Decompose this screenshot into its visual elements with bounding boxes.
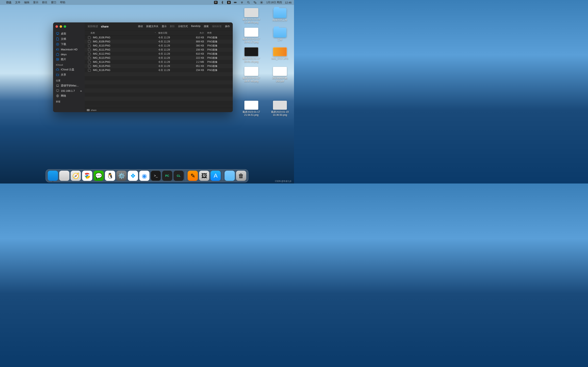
toolbar-2[interactable]: 显示 — [162, 25, 167, 28]
wifi-icon[interactable] — [240, 1, 244, 4]
desktop-item[interactable]: 2023线性代数150.pdf — [269, 67, 291, 83]
thumbnail-icon — [244, 28, 258, 37]
desktop-item[interactable]: 截屏2023-01-17 20.01.15.png — [240, 47, 263, 63]
finder-toolbar: 返回/前进 share 路径新建文件夹显示删除分组方式Bandizip搜索编辑标… — [85, 22, 233, 31]
col-date-label[interactable]: 修改日期 — [158, 31, 189, 34]
file-row[interactable]: IMG_6108.PNG今天 11:29610 KBPNG图像 — [85, 35, 233, 40]
desktop-icons: 截屏2023-01-19 12.46.03.png阿里巴巴工作截屏2023-01… — [240, 8, 291, 117]
menubar-time[interactable]: 12:46 — [285, 1, 292, 4]
dock-clion-icon[interactable]: CL — [173, 171, 184, 181]
sidebar-item-home[interactable]: deyu — [53, 52, 85, 57]
desktop-item[interactable]: IMG_5717.JPG — [269, 47, 291, 63]
desktop-item[interactable]: 阿里巴巴工作 — [269, 8, 291, 24]
dock-wechat-icon[interactable]: 💬 — [94, 171, 104, 181]
close-button[interactable] — [56, 25, 58, 28]
menu-window[interactable]: 窗口 — [51, 1, 56, 4]
sidebar-item-label: iCloud 云盘 — [61, 68, 74, 71]
toolbar-7[interactable]: 编辑标签 — [212, 25, 222, 28]
eject-icon[interactable]: ⏏ — [80, 90, 82, 92]
toolbar-4[interactable]: 分组方式 — [178, 25, 188, 28]
zoom-button[interactable] — [64, 25, 66, 28]
file-row[interactable]: IMG_6111.PNG今天 11:29156 KBPNG图像 — [85, 48, 233, 52]
sidebar-item-downloads[interactable]: 下载 — [53, 42, 85, 47]
menu-edit[interactable]: 编辑 — [24, 1, 29, 4]
menu-go[interactable]: 前往 — [42, 1, 47, 4]
desktop-item[interactable]: 截屏2023-01-17 18.47.46.png — [240, 67, 263, 83]
sidebar-item-network[interactable]: 网络 — [53, 93, 85, 99]
dock-downloads-icon[interactable] — [225, 171, 235, 181]
network-icon — [56, 94, 59, 98]
spotlight-icon[interactable] — [247, 1, 250, 4]
desktop-item[interactable]: 截屏2023-01-19 12.46.03.png — [240, 8, 263, 24]
file-name: IMG_6113.PNG — [93, 57, 158, 59]
col-kind-label[interactable]: 种类 — [207, 31, 229, 34]
dock-chrome-icon[interactable] — [82, 171, 92, 181]
sidebar-item-shared[interactable]: 共享 — [53, 72, 85, 77]
dock-appstore-icon[interactable]: A — [210, 171, 221, 181]
sidebar-item-documents[interactable]: 文稿 — [53, 36, 85, 42]
toolbar-8[interactable]: 操作 — [225, 25, 230, 28]
dock-finder-icon[interactable] — [48, 171, 58, 181]
svg-rect-8 — [56, 33, 59, 34]
dock-dingtalk-icon[interactable]: ◉ — [139, 171, 149, 181]
file-row[interactable]: IMG_6113.PNG今天 11:29222 KBPNG图像 — [85, 56, 233, 60]
sidebar-item-desktop[interactable]: 桌面 — [53, 31, 85, 36]
file-date: 今天 11:29 — [158, 64, 189, 68]
sidebar-item-cloud[interactable]: iCloud 云盘 — [53, 67, 85, 72]
file-row[interactable]: IMG_6114.PNG今天 11:292.2 MBPNG图像 — [85, 60, 233, 64]
control-center-icon[interactable] — [253, 1, 257, 4]
toolbar-1[interactable]: 新建文件夹 — [146, 25, 158, 28]
toolbar-5[interactable]: Bandizip — [191, 25, 200, 28]
sogou-icon[interactable]: S — [227, 1, 231, 4]
dock-launchpad-icon[interactable] — [59, 171, 69, 181]
desktop-item[interactable]: 截屏2023-01-17 19.41.17.png — [240, 28, 263, 44]
dock-pycharm-icon[interactable]: PC — [162, 171, 172, 181]
desktop-item[interactable]: 截屏2023-01-17 21.54.51.png — [240, 101, 263, 117]
file-kind: PNG图像 — [207, 48, 229, 52]
menubar-app-name[interactable]: 访达 — [6, 1, 11, 4]
file-icon — [88, 52, 91, 55]
sidebar-item-pictures[interactable]: 图片 — [53, 57, 85, 62]
dock-terminal-icon[interactable]: >_ — [151, 171, 161, 181]
desktop-item[interactable]: 截屏2023-01-19 10.36.50.png — [269, 101, 291, 117]
nav-back-forward[interactable]: 返回/前进 — [87, 25, 98, 28]
dock-qq-icon[interactable]: 🐧 — [105, 171, 115, 181]
siri-icon[interactable] — [260, 1, 263, 4]
file-size: 156 KB — [189, 48, 207, 51]
file-row[interactable]: IMG_6116.PNG今天 11:29234 KBPNG图像 — [85, 68, 233, 72]
dock-baidunetdisk-icon[interactable]: ❖ — [128, 171, 138, 181]
desktop-item[interactable]: 工作 — [269, 28, 291, 44]
dock-pages-icon[interactable]: ✎ — [188, 171, 198, 181]
dock-preview-icon[interactable]: 🖼 — [199, 171, 209, 181]
toolbar-6[interactable]: 搜索 — [204, 25, 209, 28]
sidebar-item-disk[interactable]: Macintosh HD — [53, 47, 85, 52]
path-bar[interactable]: share — [85, 108, 233, 112]
sort-indicator-icon[interactable]: ⌃ — [155, 32, 156, 34]
file-list[interactable]: IMG_6108.PNG今天 11:29610 KBPNG图像IMG_6109.… — [85, 35, 233, 108]
menu-help[interactable]: 帮助 — [60, 1, 65, 4]
desktop-item-label: 截屏2023-01-19 10.36.50.png — [269, 110, 291, 117]
sidebar-item-laptop[interactable]: 梁德宇的Mac... — [53, 83, 85, 88]
col-size-label[interactable]: 大小 — [189, 31, 207, 34]
dock-trash-icon[interactable]: 🗑 — [236, 171, 246, 181]
file-row[interactable]: IMG_6110.PNG今天 11:29380 KBPNG图像 — [85, 44, 233, 48]
menubar-date[interactable]: 1月19日 周四 — [266, 1, 282, 4]
input-method-icon[interactable]: 中 — [214, 1, 218, 4]
menu-file[interactable]: 文件 — [15, 1, 20, 4]
file-row[interactable]: IMG_6115.PNG今天 11:29851 KBPNG图像 — [85, 64, 233, 68]
dock-safari-icon[interactable]: 🧭 — [71, 171, 81, 181]
empty-row — [85, 101, 233, 105]
minimize-button[interactable] — [60, 25, 62, 28]
sidebar-item-label: 192.168.1.7 — [61, 89, 75, 92]
toolbar-0[interactable]: 路径 — [138, 25, 143, 28]
file-row[interactable]: IMG_6112.PNG今天 11:29610 KBPNG图像 — [85, 52, 233, 56]
dock-settings-icon[interactable]: ⚙️ — [116, 171, 127, 181]
toolbar-3[interactable]: 删除 — [170, 25, 175, 28]
col-name-label[interactable]: 名称 — [90, 31, 95, 34]
file-size: 380 KB — [189, 44, 207, 47]
bluetooth-icon[interactable] — [221, 1, 224, 4]
file-row[interactable]: IMG_6109.PNG今天 11:29889 KBPNG图像 — [85, 40, 233, 44]
battery-icon[interactable] — [233, 1, 237, 4]
sidebar-item-display[interactable]: 192.168.1.7⏏ — [53, 88, 85, 93]
menu-view[interactable]: 显示 — [33, 1, 38, 4]
